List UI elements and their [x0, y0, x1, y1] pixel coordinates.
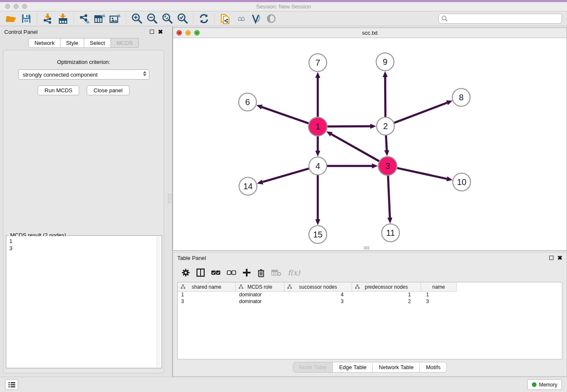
table-cell[interactable]: 3 [421, 298, 457, 305]
import-network-button[interactable] [40, 12, 55, 25]
function-builder-button-disabled: f(x) [288, 268, 300, 277]
table-cell[interactable]: 3 [178, 298, 236, 305]
import-table-icon [58, 13, 69, 24]
open-session-button[interactable] [3, 12, 19, 25]
zoom-fit-button[interactable] [160, 12, 175, 25]
close-panel-button[interactable]: Close panel [87, 86, 129, 95]
tab-motifs[interactable]: Motifs [419, 362, 446, 372]
clone-network-button[interactable] [218, 12, 233, 25]
tab-edge-table[interactable]: Edge Table [333, 362, 372, 372]
delete-column-button[interactable] [257, 268, 265, 277]
search-input[interactable] [438, 14, 562, 24]
tab-style[interactable]: Style [61, 38, 84, 48]
tab-mcds[interactable]: MCDS [111, 38, 138, 48]
columns-icon [196, 268, 205, 277]
table-settings-button[interactable] [182, 268, 190, 277]
network-graph[interactable]: 7968124314101511 [173, 38, 567, 250]
float-table-panel-icon[interactable] [549, 256, 553, 260]
column-header-successor-nodes[interactable]: successor nodes [284, 282, 352, 292]
table-row[interactable]: 1dominator411 [178, 292, 562, 298]
save-session-button[interactable] [19, 12, 34, 25]
splitter-grip[interactable] [168, 194, 171, 203]
graph-node-label-8: 8 [459, 93, 463, 102]
column-header-name[interactable]: name [421, 282, 457, 292]
control-panel-title: Control Panel [4, 29, 38, 35]
import-table-button[interactable] [55, 12, 71, 25]
graph-edge-2-9[interactable] [385, 77, 385, 117]
close-panel-icon[interactable]: ✖ [158, 30, 163, 34]
criterion-dropdown[interactable]: strongly connected component [18, 69, 149, 80]
table-cell[interactable]: 1 [421, 292, 457, 298]
tab-node-table[interactable]: Node Table [293, 362, 333, 372]
graph-edge-1-6[interactable] [262, 107, 308, 124]
trash-icon [257, 268, 265, 277]
table-cell[interactable]: 1 [352, 292, 421, 298]
tab-select[interactable]: Select [84, 38, 111, 48]
column-edit-icon [355, 284, 360, 289]
select-all-rows-button[interactable] [211, 270, 220, 275]
table-cell[interactable]: 1 [178, 292, 236, 298]
table-panel: Table Panel ✖ [173, 252, 567, 377]
show-columns-button[interactable] [196, 268, 205, 277]
column-header-label: shared name [178, 284, 235, 290]
table-cell[interactable]: 3 [284, 298, 352, 305]
dropdown-stepper-icon [143, 71, 146, 76]
zoom-selected-button[interactable] [175, 12, 190, 25]
run-mcds-button[interactable]: Run MCDS [38, 86, 79, 95]
task-history-button[interactable] [5, 379, 18, 390]
tab-network-table[interactable]: Network Table [372, 362, 419, 372]
vizmapper-button[interactable] [248, 12, 264, 25]
export-network-button[interactable] [77, 12, 92, 25]
graph-node-label-1: 1 [315, 122, 320, 131]
toolbar-separator [215, 13, 215, 24]
zoom-out-button[interactable] [144, 12, 160, 25]
refresh-icon [199, 14, 209, 24]
column-header-shared-name[interactable]: shared name [178, 282, 236, 292]
column-header-predecessor-nodes[interactable]: predecessor nodes [352, 282, 421, 292]
node-table[interactable]: shared nameMCDS rolesuccessor nodesprede… [177, 282, 562, 359]
deselect-all-rows-button[interactable] [227, 270, 236, 275]
close-table-panel-icon[interactable]: ✖ [557, 256, 562, 260]
column-header-label: name [421, 284, 456, 290]
graph-edge-3-10[interactable] [397, 168, 446, 179]
export-image-icon [109, 13, 121, 24]
table-cell[interactable]: 4 [284, 292, 352, 298]
show-graphics-details-button[interactable] [264, 12, 279, 25]
select-all-icon [211, 270, 220, 275]
apply-layout-button[interactable] [196, 12, 212, 25]
add-column-button[interactable] [242, 268, 251, 277]
graph-edge-3-11[interactable] [388, 176, 390, 218]
list-icon [8, 382, 15, 388]
table-row[interactable]: 3dominator323 [178, 298, 562, 305]
table-cell[interactable]: dominator [236, 292, 284, 298]
graph-edge-2-3[interactable] [386, 135, 387, 150]
network-canvas[interactable]: 7968124314101511 [173, 38, 567, 250]
result-scrollbar[interactable] [157, 236, 161, 367]
graph-node-label-2: 2 [383, 121, 388, 131]
zoom-in-button[interactable] [129, 12, 144, 25]
vertical-splitter[interactable] [167, 26, 173, 377]
graph-node-label-4: 4 [315, 161, 320, 171]
column-header-MCDS-role[interactable]: MCDS role [236, 282, 284, 292]
graph-edge-2-8[interactable] [394, 103, 447, 123]
open-recent-session-button[interactable]: ⌂⌂ [233, 12, 248, 25]
export-image-button[interactable] [107, 12, 123, 25]
deselect-all-icon [227, 270, 236, 275]
gear-icon [182, 268, 190, 277]
memory-button[interactable]: Memory [527, 379, 562, 390]
table-cell[interactable]: dominator [236, 298, 284, 305]
mcds-result-text[interactable]: 1 3 [7, 236, 157, 367]
graph-edge-3-1[interactable] [331, 134, 379, 161]
export-table-button[interactable] [92, 12, 107, 25]
criterion-value: strongly connected component [23, 72, 98, 78]
graph-edge-4-14[interactable] [263, 168, 309, 182]
import-network-icon [42, 13, 53, 24]
table-cell[interactable]: 2 [352, 298, 421, 305]
optimization-criterion-label: Optimization criterion: [3, 59, 164, 65]
window-title: Session: New Session [0, 3, 567, 10]
graph-edge-1-2[interactable] [328, 126, 370, 127]
tab-network[interactable]: Network [28, 38, 61, 48]
canvas-splitter-grip[interactable] [364, 246, 369, 249]
float-panel-icon[interactable] [150, 30, 154, 34]
graph-node-label-14: 14 [243, 182, 253, 191]
